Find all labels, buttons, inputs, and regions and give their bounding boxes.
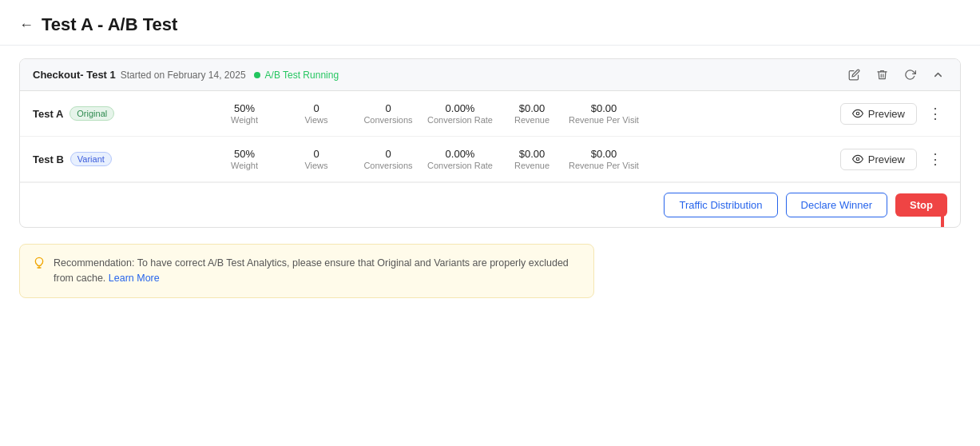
action-bar: Traffic Distribution Declare Winner Stop (20, 182, 960, 227)
stat-rpv-label-b: Revenue Per Visit (569, 161, 639, 170)
stat-conv-rate-label-b: Conversion Rate (427, 161, 493, 170)
test-card-header: Checkout- Test 1 Started on February 14,… (20, 59, 960, 91)
back-button[interactable]: ← (19, 17, 34, 34)
variant-actions-a: Preview ⋮ (840, 103, 947, 125)
status-indicator-dot (254, 72, 260, 78)
action-bar-wrapper: Traffic Distribution Declare Winner Stop (20, 182, 960, 227)
eye-icon-a (852, 108, 863, 119)
edit-button[interactable] (845, 67, 863, 82)
variants-container: Test A Original 50% Weight 0 Views (20, 91, 960, 227)
recommendation-box: Recommendation: To have correct A/B Test… (19, 244, 594, 298)
stat-weight-a: 50% (234, 102, 255, 114)
stat-revenue-b: $0.00 (519, 148, 546, 160)
declare-winner-button[interactable]: Declare Winner (786, 193, 888, 217)
table-row: Test B Variant 50% Weight 0 Views (20, 137, 960, 182)
more-options-button-b[interactable]: ⋮ (923, 149, 947, 169)
stat-weight-b: 50% (234, 148, 255, 160)
refresh-icon (904, 69, 916, 81)
variant-badge-b: Variant (70, 152, 112, 166)
more-options-button-a[interactable]: ⋮ (923, 103, 947, 124)
variant-badge-a: Original (69, 106, 114, 121)
traffic-distribution-button[interactable]: Traffic Distribution (664, 193, 777, 217)
stat-views-b: 0 (313, 148, 319, 160)
trash-icon (876, 69, 888, 81)
status-badge: A/B Test Running (265, 70, 339, 81)
stat-conversions-label-a: Conversions (363, 115, 412, 125)
variant-name-a: Test A (33, 108, 63, 120)
preview-button-b[interactable]: Preview (840, 149, 917, 170)
variant-info-b: Test B Variant (33, 152, 192, 166)
preview-button-a[interactable]: Preview (840, 103, 917, 125)
variant-info-a: Test A Original (33, 106, 192, 121)
rec-text-before: Recommendation: To have correct A/B Test… (54, 257, 569, 269)
learn-more-link[interactable]: Learn More (109, 273, 160, 284)
variant-stats-a: 50% Weight 0 Views 0 Conversions 0.00% (208, 102, 840, 125)
stat-conversions-label-b: Conversions (363, 161, 412, 170)
variant-name-b: Test B (33, 153, 64, 165)
svg-point-1 (856, 157, 859, 161)
test-card-name: Checkout- Test 1 (33, 69, 116, 81)
stat-weight-label-b: Weight (231, 161, 258, 170)
stat-weight-label-a: Weight (231, 115, 258, 125)
refresh-button[interactable] (901, 67, 919, 82)
stat-views-a: 0 (313, 102, 319, 114)
back-arrow-icon: ← (19, 17, 34, 34)
lightbulb-icon (33, 257, 46, 273)
table-row: Test A Original 50% Weight 0 Views (20, 91, 960, 137)
stat-conversions-b: 0 (385, 148, 391, 160)
chevron-up-icon (932, 69, 944, 81)
test-card: Checkout- Test 1 Started on February 14,… (19, 58, 961, 228)
eye-icon-b (852, 153, 863, 165)
stat-conv-rate-label-a: Conversion Rate (427, 115, 493, 125)
stat-views-label-b: Views (304, 161, 327, 170)
delete-button[interactable] (873, 67, 891, 82)
stat-revenue-a: $0.00 (519, 102, 546, 114)
stat-rpv-label-a: Revenue Per Visit (569, 115, 639, 125)
stat-revenue-label-b: Revenue (514, 161, 550, 170)
stat-conversions-a: 0 (385, 102, 391, 114)
rec-text-after: from cache. (54, 273, 105, 284)
collapse-button[interactable] (929, 67, 947, 82)
stat-rpv-a: $0.00 (591, 102, 617, 114)
variant-actions-b: Preview ⋮ (840, 149, 947, 170)
edit-icon (848, 69, 860, 81)
test-started-text: Started on February 14, 2025 (121, 70, 246, 81)
stat-conv-rate-a: 0.00% (446, 102, 475, 114)
page-title: Test A - A/B Test (42, 14, 177, 35)
recommendation-text: Recommendation: To have correct A/B Test… (54, 256, 569, 286)
svg-point-0 (856, 112, 859, 115)
stop-button[interactable]: Stop (895, 193, 947, 217)
stat-views-label-a: Views (304, 115, 327, 125)
stat-rpv-b: $0.00 (591, 148, 617, 160)
variant-stats-b: 50% Weight 0 Views 0 Conversions 0.00% (208, 148, 840, 170)
stat-revenue-label-a: Revenue (514, 115, 550, 125)
stat-conv-rate-b: 0.00% (446, 148, 475, 160)
